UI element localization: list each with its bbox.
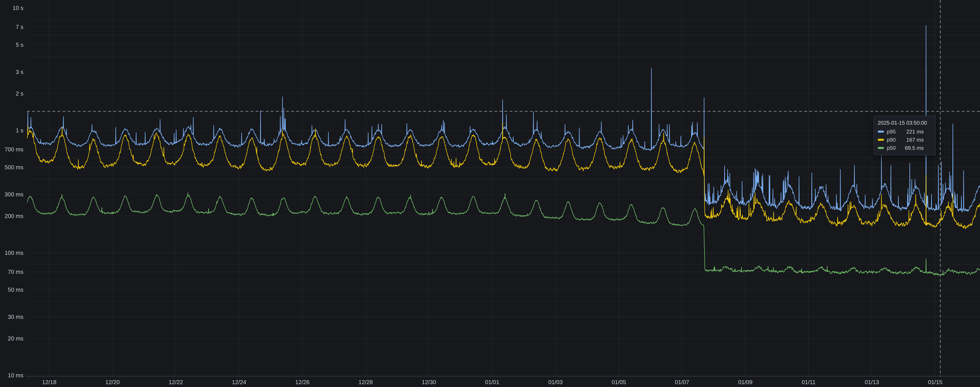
x-axis-tick-labels: 12/1812/2012/2212/2412/2612/2812/3001/01…: [42, 379, 942, 385]
x-tick-label: 01/01: [485, 379, 500, 385]
y-tick-label: 3 s: [16, 69, 24, 75]
y-tick-label: 100 ms: [5, 249, 24, 256]
series-color-pill: [878, 131, 884, 133]
y-tick-label: 10 ms: [8, 372, 24, 379]
tooltip-series-label: p50: [887, 145, 896, 151]
y-tick-label: 5 s: [16, 41, 24, 48]
y-tick-label: 10 s: [13, 5, 24, 11]
tooltip-row-p50: p5069.5 ms: [878, 144, 931, 152]
tooltip-series-value: 69.5 ms: [905, 145, 931, 151]
y-tick-label: 2 s: [16, 90, 24, 97]
y-tick-label: 300 ms: [5, 191, 24, 198]
x-tick-label: 12/18: [42, 379, 56, 385]
y-tick-label: 200 ms: [5, 213, 24, 219]
x-tick-label: 12/30: [422, 379, 436, 385]
tooltip-series-value: 221 ms: [906, 128, 931, 135]
x-tick-label: 01/09: [738, 379, 752, 385]
y-tick-label: 700 ms: [5, 146, 24, 153]
x-tick-label: 12/26: [295, 379, 309, 385]
x-tick-label: 01/03: [548, 379, 563, 385]
x-tick-label: 01/15: [928, 379, 942, 385]
tooltip-rows: p95221 msp90167 msp5069.5 ms: [878, 127, 931, 152]
tooltip-series-label: p95: [887, 128, 896, 135]
x-tick-label: 01/13: [865, 379, 879, 385]
x-tick-label: 12/28: [358, 379, 373, 385]
x-tick-label: 01/07: [675, 379, 689, 385]
series-color-pill: [878, 139, 884, 141]
y-tick-label: 50 ms: [8, 286, 24, 293]
tooltip-row-p95: p95221 ms: [878, 127, 931, 136]
y-tick-label: 7 s: [16, 24, 24, 30]
latency-panel: 10 s7 s5 s3 s2 s1 s700 ms500 ms300 ms200…: [0, 0, 980, 387]
x-tick-label: 01/05: [612, 379, 626, 385]
y-tick-label: 20 ms: [8, 335, 24, 342]
chart-tooltip: 2025-01-15 03:50:00 p95221 msp90167 msp5…: [873, 116, 935, 155]
tooltip-row-p90: p90167 ms: [878, 136, 931, 144]
series-color-pill: [878, 147, 884, 149]
tooltip-series-value: 167 ms: [906, 137, 931, 143]
y-tick-label: 30 ms: [8, 314, 24, 320]
y-tick-label: 500 ms: [5, 164, 24, 171]
x-tick-label: 01/11: [802, 379, 815, 385]
tooltip-series-label: p90: [887, 137, 896, 143]
y-tick-label: 1 s: [16, 127, 24, 134]
panel-background: [0, 0, 980, 387]
x-tick-label: 12/20: [105, 379, 120, 385]
y-tick-label: 70 ms: [8, 268, 24, 275]
tooltip-timestamp: 2025-01-15 03:50:00: [878, 119, 931, 127]
latency-chart-plot-area[interactable]: 10 s7 s5 s3 s2 s1 s700 ms500 ms300 ms200…: [0, 0, 980, 387]
x-tick-label: 12/22: [169, 379, 183, 385]
x-tick-label: 12/24: [232, 379, 246, 385]
